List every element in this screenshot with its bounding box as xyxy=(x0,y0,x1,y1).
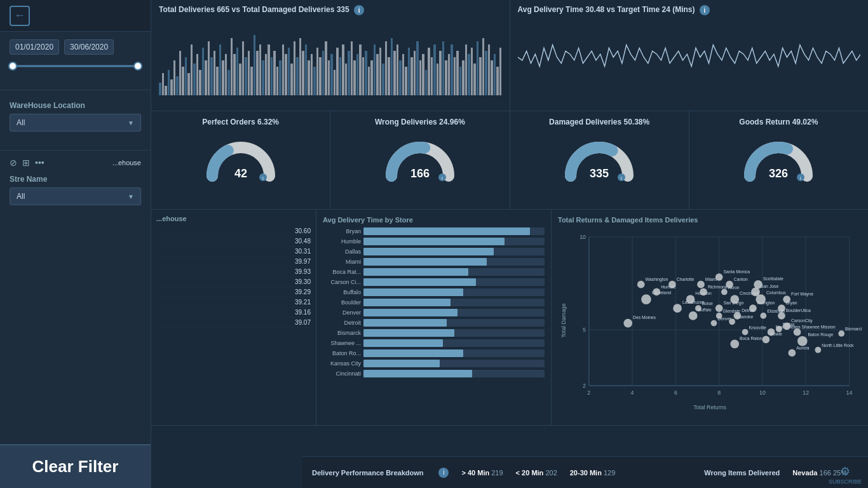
h-bar-label-0: Bryan xyxy=(323,228,361,234)
scatter-point-25 xyxy=(686,295,695,304)
h-bar-row-9: Detroit xyxy=(323,319,545,327)
more-icon[interactable]: ••• xyxy=(35,158,44,168)
scatter-label-4: Bismarck xyxy=(845,327,862,331)
h-bar-label-5: Carson Ci... xyxy=(323,279,361,285)
bottom-left-title: Delivery Performance Breakdown xyxy=(312,469,423,477)
gauge-svg-2: 335i xyxy=(561,132,637,182)
store-row-0: 30.60 xyxy=(156,226,311,236)
spark-bar-49 xyxy=(299,38,302,95)
subscribe-icon: ⚙ xyxy=(829,464,862,478)
spark-bar-94 xyxy=(428,48,430,95)
slider-track xyxy=(13,65,138,67)
spark-bar-16 xyxy=(205,60,207,95)
warehouse-dropdown-arrow: ▼ xyxy=(128,119,134,126)
spark-bar-117 xyxy=(494,54,496,95)
scatter-point-29 xyxy=(653,288,660,296)
spark-bar-103 xyxy=(454,57,456,95)
divider-2 xyxy=(0,150,151,151)
store-row-value-8: 39.16 xyxy=(295,309,311,316)
slider-thumb-left[interactable] xyxy=(8,62,17,71)
h-bar-row-13: Kansas City xyxy=(323,360,545,367)
left-numbers-panel: ...ehouse30.6030.4830.3139.9739.9339.303… xyxy=(151,210,316,425)
spark-bar-45 xyxy=(288,48,290,95)
scatter-label-37: Scottsdale xyxy=(763,276,783,281)
scatter-point-31 xyxy=(721,289,728,295)
date-slider[interactable] xyxy=(13,60,138,72)
spark-bar-105 xyxy=(459,67,462,95)
scatter-point-1 xyxy=(815,347,821,353)
slider-thumb-right[interactable] xyxy=(133,62,142,71)
spark-bar-21 xyxy=(219,44,222,95)
scatter-label-11: Des Moines xyxy=(633,315,656,320)
subscribe-button[interactable]: ⚙ SUBSCRIBE xyxy=(829,464,862,485)
spark-bar-98 xyxy=(439,51,442,95)
spark-bar-27 xyxy=(236,48,239,95)
left-panel-title: ...ehouse xyxy=(156,215,311,222)
kpi-title-1: Wrong Deliveries 24.96% xyxy=(375,118,465,126)
h-bar-row-10: Bismarck xyxy=(323,329,545,337)
kpi-card-1: Wrong Deliveries 24.96%166i xyxy=(330,111,510,209)
date-start[interactable]: 01/01/2020 xyxy=(10,39,59,55)
scatter-label-30: Richmond xyxy=(708,285,728,289)
bottom-left-info-icon[interactable]: i xyxy=(438,468,449,478)
store-row-9: 39.07 xyxy=(156,318,311,328)
avg-delivery-store-panel: Avg Delivery Time by Store BryanHumbleDa… xyxy=(316,210,552,425)
spark-bar-112 xyxy=(479,57,482,95)
spark-bar-3 xyxy=(168,70,170,95)
spark-bar-0 xyxy=(159,83,161,95)
h-bar-track-2 xyxy=(363,248,545,255)
filter-icon[interactable]: ⊘ xyxy=(10,158,17,168)
scatter-label-27: Columbus xyxy=(766,290,786,295)
deliveries-info-icon[interactable]: i xyxy=(354,5,364,15)
h-bar-label-2: Dallas xyxy=(323,248,361,255)
warehouse-dropdown[interactable]: All ▼ xyxy=(10,114,141,132)
h-bar-label-13: Kansas City xyxy=(323,360,361,367)
scatter-point-26 xyxy=(730,295,739,304)
stat-20min: < 20 Min 202 xyxy=(516,469,557,477)
table-icon[interactable]: ⊞ xyxy=(22,158,30,168)
back-button[interactable]: ← xyxy=(10,6,30,26)
spark-bar-109 xyxy=(471,48,473,95)
kpi-card-2: Damaged Deliveries 50.38%335i xyxy=(510,111,689,209)
store-name-dropdown[interactable]: All ▼ xyxy=(10,187,141,205)
spark-bar-70 xyxy=(359,44,362,95)
spark-bar-100 xyxy=(445,60,447,95)
spark-bar-95 xyxy=(431,57,433,95)
filter-toolbar: ⊘ ⊞ ••• ...ehouse xyxy=(0,154,151,172)
spark-bar-33 xyxy=(254,35,256,95)
scatter-point-20 xyxy=(695,305,702,311)
clear-filter-button[interactable]: Clear Filter xyxy=(0,444,151,488)
spark-bar-104 xyxy=(456,51,459,95)
spark-bar-38 xyxy=(268,44,270,95)
store-row-value-2: 30.31 xyxy=(295,248,311,255)
svg-text:8: 8 xyxy=(717,390,721,396)
spark-bar-34 xyxy=(256,51,259,95)
warehouse-value: All xyxy=(17,118,25,127)
h-bar-fill-5 xyxy=(363,278,476,286)
h-bar-row-7: Boulder xyxy=(323,299,545,306)
top-charts-row: Total Deliveries 665 vs Total Damaged De… xyxy=(151,0,868,111)
spark-bar-2 xyxy=(165,86,167,95)
stat-2030min: 20-30 Min 129 xyxy=(570,469,616,477)
store-name-label: Stre Name xyxy=(10,175,141,184)
svg-text:i: i xyxy=(262,175,264,181)
bottom-bar: Delivery Performance Breakdown i > 40 Mi… xyxy=(302,456,868,488)
date-range-section: 01/01/2020 30/06/2020 xyxy=(0,32,151,86)
spark-bar-39 xyxy=(271,57,273,95)
h-bar-fill-0 xyxy=(363,227,530,235)
date-end[interactable]: 30/06/2020 xyxy=(64,39,114,55)
spark-bar-53 xyxy=(311,54,313,95)
spark-bar-113 xyxy=(482,38,485,95)
h-bar-fill-9 xyxy=(363,319,447,327)
scatter-label-3: Baton Rouge xyxy=(808,332,834,337)
avg-delivery-store-title: Avg Delivery Time by Store xyxy=(323,216,545,224)
spark-bar-12 xyxy=(193,64,196,95)
store-row-value-9: 39.07 xyxy=(295,319,311,326)
spark-bar-44 xyxy=(285,54,287,95)
svg-text:2: 2 xyxy=(583,383,586,389)
bottom-right-title: Wrong Items Delivered xyxy=(704,469,780,477)
h-bar-fill-8 xyxy=(363,309,458,316)
avg-delivery-info-icon[interactable]: i xyxy=(700,5,710,15)
h-bar-row-4: Boca Rat... xyxy=(323,268,545,276)
scatter-point-38 xyxy=(715,273,723,281)
